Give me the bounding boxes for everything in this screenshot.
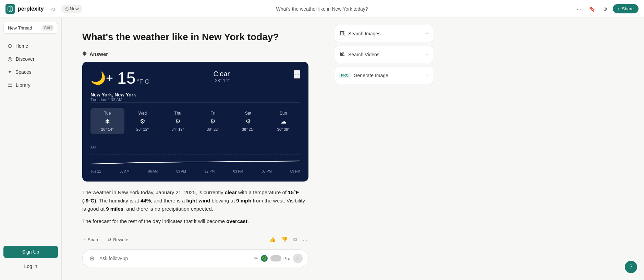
pro-label: Pro <box>283 256 290 261</box>
forecast-icon-tue: ❄ <box>105 118 110 125</box>
weather-temp-group: 15 °F C <box>117 70 149 86</box>
discover-icon: ◎ <box>8 56 12 62</box>
send-button[interactable]: ↑ <box>293 254 303 263</box>
pro-generate-badge: PRO <box>339 73 350 78</box>
weather-top: 🌙+ 15 °F C Clear 28° <box>90 70 300 86</box>
share-icon: ↑ <box>618 6 620 11</box>
weather-card: 🌙+ 15 °F C Clear 28° <box>82 62 308 182</box>
sidebar-item-discover[interactable]: ◎ Discover <box>2 52 59 65</box>
weather-temp-section: 🌙+ 15 °F C <box>90 70 149 86</box>
more-options-button[interactable]: ··· <box>574 5 584 13</box>
clock-icon: ◷ <box>65 6 69 11</box>
temp-upper-label: 38° <box>90 145 96 150</box>
followup-actions: ✏ 🌿 Pro ↑ <box>254 254 303 263</box>
shortcut-badge: Ctrl I <box>42 25 53 31</box>
forecast-temps-sat: 38° 21° <box>242 127 254 131</box>
help-button[interactable]: ? <box>625 261 637 273</box>
logo[interactable]: perplexity <box>5 4 44 14</box>
weather-condition-group: Clear 28° 14° <box>213 70 230 83</box>
answer-sparkle-icon: ✳ <box>82 51 87 57</box>
forecast-row: Tue ❄ 28° 14° Wed ⚙ 26° 12° Thu ⚙ 34° 19… <box>90 102 300 134</box>
now-badge[interactable]: ◷ Now <box>61 5 82 13</box>
content-area: What's the weather like in New York toda… <box>62 18 329 280</box>
right-panel: 🖼 Search Images + 📽 Search Videos + PRO … <box>329 18 439 280</box>
search-videos-plus: + <box>425 51 429 58</box>
forecast-day-tue: Tue ❄ 28° 14° <box>90 108 124 134</box>
share-answer-button[interactable]: ↑ Share <box>82 236 101 244</box>
forecast-icon-sun: ☁ <box>280 118 287 125</box>
pencil-icon: ✏ <box>254 256 258 261</box>
copy-button[interactable]: ⧉ <box>292 235 299 244</box>
search-images-plus: + <box>425 30 429 37</box>
panel-item-search-images[interactable]: 🖼 Search Images + <box>335 25 433 42</box>
bookmark-button[interactable]: 🔖 <box>586 5 598 13</box>
action-bar: ↑ Share ↺ Rewrite 👍 👎 ⧉ ··· <box>82 231 308 244</box>
topbar-actions: ··· 🔖 ⊕ ↑ Share <box>574 4 639 13</box>
generate-image-plus: + <box>425 72 429 79</box>
time-labels: Tue 21 03 AM 06 AM 09 AM 12 PM 03 PM 06 … <box>90 170 300 173</box>
sidebar-item-library[interactable]: ☰ Library <box>2 79 59 91</box>
panel-item-search-videos[interactable]: 📽 Search Videos + <box>335 46 433 63</box>
forecast-temps-fri: 38° 22° <box>207 127 219 131</box>
share-answer-icon: ↑ <box>84 237 86 242</box>
action-icons-right: 👍 👎 ⧉ ··· <box>268 235 308 244</box>
attach-button[interactable]: ⊕ <box>600 5 610 13</box>
panel-item-generate-image[interactable]: PRO Generate Image + <box>335 67 433 84</box>
forecast-icon-wed: ⚙ <box>140 118 145 125</box>
answer-header: ✳ Answer <box>82 51 308 57</box>
sidebar-nav: ⊙ Home ◎ Discover ✦ Spaces ☰ Library <box>0 38 61 242</box>
now-label: Now <box>70 6 79 11</box>
forecast-day-sat: Sat ⚙ 38° 21° <box>231 108 265 134</box>
logo-text: perplexity <box>18 6 44 12</box>
login-button[interactable]: Log in <box>3 261 58 272</box>
answer-paragraph-1: The weather in New York today, January 2… <box>82 188 308 213</box>
answer-section: ✳ Answer 🌙+ 15 °F C <box>82 51 308 267</box>
rewrite-button[interactable]: ↺ Rewrite <box>106 236 130 244</box>
forecast-day-fri: Fri ⚙ 38° 22° <box>196 108 230 134</box>
forecast-icon-sat: ⚙ <box>245 118 251 125</box>
topbar-query: What's the weather like in New York toda… <box>276 6 368 12</box>
collapse-sidebar-button[interactable]: ◁ <box>48 5 57 13</box>
thumbs-up-button[interactable]: 👍 <box>268 235 277 244</box>
sidebar-bottom: Sign Up Log in <box>0 242 61 276</box>
sidebar: New Thread Ctrl I ⊙ Home ◎ Discover ✦ Sp… <box>0 18 62 280</box>
main-layout: New Thread Ctrl I ⊙ Home ◎ Discover ✦ Sp… <box>0 18 644 280</box>
forecast-day-wed: Wed ⚙ 26° 12° <box>126 108 160 134</box>
chart-area <box>90 151 300 168</box>
weather-moon-icon: 🌙+ <box>90 71 113 85</box>
weather-range: 28° 14° <box>213 78 230 83</box>
weather-more-button[interactable]: ··· <box>294 70 300 79</box>
weather-location: New York, New York <box>90 92 300 97</box>
sidebar-item-spaces[interactable]: ✦ Spaces <box>2 66 59 78</box>
weather-unit: °F C <box>137 78 149 85</box>
sidebar-item-home[interactable]: ⊙ Home <box>2 39 59 52</box>
spaces-icon: ✦ <box>8 69 12 75</box>
temp-chart: 38° <box>90 141 300 173</box>
pro-toggle-switch[interactable] <box>270 255 281 261</box>
share-button[interactable]: ↑ Share <box>613 4 639 13</box>
videos-icon: 📽 <box>339 51 345 58</box>
forecast-temps-wed: 26° 12° <box>136 127 149 131</box>
answer-paragraph-2: The forecast for the rest of the day ind… <box>82 217 308 225</box>
rewrite-icon: ↺ <box>108 237 111 242</box>
forecast-temps-tue: 28° 14° <box>101 127 113 131</box>
home-icon: ⊙ <box>8 43 12 49</box>
add-followup-button[interactable]: ⊕ <box>88 253 96 264</box>
page-title: What's the weather like in New York toda… <box>82 32 308 43</box>
forecast-day-sun: Sun ☁ 36° 38° <box>266 108 300 134</box>
followup-input[interactable] <box>99 256 251 261</box>
weather-condition: Clear <box>213 70 230 78</box>
help-label: ? <box>630 264 633 270</box>
weather-location-group: New York, New York Tuesday 2:33 AM <box>90 92 300 102</box>
thumbs-down-button[interactable]: 👎 <box>280 235 289 244</box>
library-icon: ☰ <box>8 82 12 88</box>
forecast-icon-thu: ⚙ <box>175 118 181 125</box>
signup-button[interactable]: Sign Up <box>3 246 58 258</box>
forecast-day-thu: Thu ⚙ 34° 19° <box>161 108 195 134</box>
forecast-icon-fri: ⚙ <box>210 118 216 125</box>
new-thread-button[interactable]: New Thread Ctrl I <box>3 22 58 34</box>
more-button[interactable]: ··· <box>301 235 308 244</box>
weather-temperature: 15 <box>117 70 135 86</box>
pro-toggle[interactable]: Pro <box>270 255 290 261</box>
forecast-temps-sun: 36° 38° <box>277 127 290 131</box>
